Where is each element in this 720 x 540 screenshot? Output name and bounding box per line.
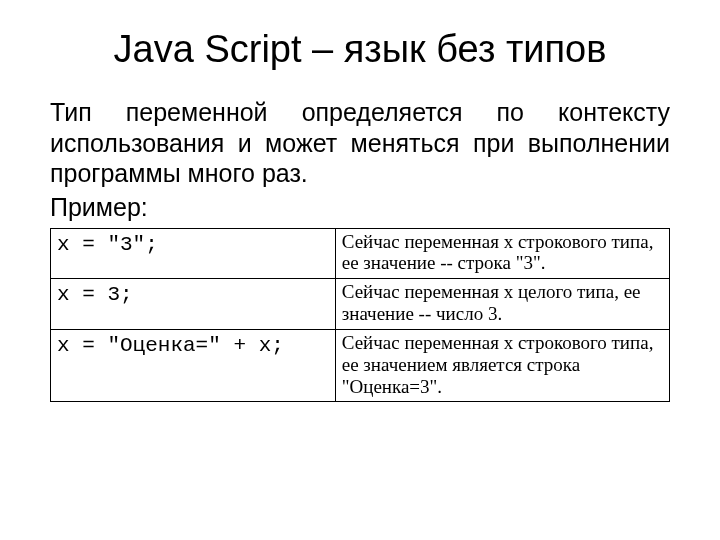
slide: Java Script – язык без типов Тип перемен…: [0, 0, 720, 422]
example-table: x = "3"; Сейчас переменная x строкового …: [50, 228, 670, 403]
body-paragraph: Тип переменной определяется по контексту…: [50, 97, 670, 189]
slide-title: Java Script – язык без типов: [50, 28, 670, 71]
code-cell: x = 3;: [51, 279, 336, 330]
code-cell: x = "3";: [51, 228, 336, 279]
example-label: Пример:: [50, 193, 670, 222]
table-row: x = "Оценка=" + x; Сейчас переменная x с…: [51, 329, 670, 402]
code-cell: x = "Оценка=" + x;: [51, 329, 336, 402]
desc-cell: Сейчас переменная x строкового типа, ее …: [335, 228, 669, 279]
desc-cell: Сейчас переменная x целого типа, ее знач…: [335, 279, 669, 330]
table-row: x = 3; Сейчас переменная x целого типа, …: [51, 279, 670, 330]
desc-cell: Сейчас переменная x строкового типа, ее …: [335, 329, 669, 402]
table-row: x = "3"; Сейчас переменная x строкового …: [51, 228, 670, 279]
